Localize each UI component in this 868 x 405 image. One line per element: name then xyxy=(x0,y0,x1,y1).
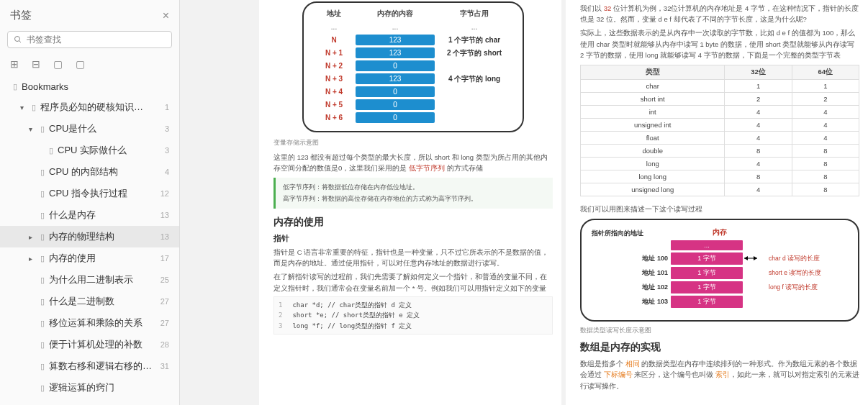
col-header: 字节占用 xyxy=(435,9,514,19)
page-gutter xyxy=(180,0,259,405)
bookmark-icon[interactable]: ▢ xyxy=(53,58,63,70)
search-input[interactable] xyxy=(27,35,166,45)
bookmark-item-icon: ▯ xyxy=(40,297,45,306)
tree-root-label: Bookmarks xyxy=(22,81,68,92)
tree-item[interactable]: ▯便于计算机处理的补数28 xyxy=(0,334,179,355)
tree-item[interactable]: ▯什么是内存13 xyxy=(0,204,179,226)
figure-caption: 变量存储示意图 xyxy=(273,138,553,147)
tip-box: 低字节序列：将数据低位存储在内存低位地址。 高字节序列：将数据的高位存储在内存地… xyxy=(273,178,553,209)
tree-item[interactable]: ▯算数右移和逻辑右移的区别31 xyxy=(0,355,179,377)
sidebar-toolbar: ⊞ ⊟ ▢ ▢ xyxy=(0,54,179,77)
svg-point-0 xyxy=(15,37,20,42)
figure-caption: 数据类型读写长度示意图 xyxy=(580,326,859,335)
bookmark-item-icon: ▯ xyxy=(40,319,45,328)
bookmark-group-icon: ▯ xyxy=(13,82,17,91)
col-header: 内存的内容 xyxy=(356,9,435,19)
paragraph: 在了解指针读写的过程前，我们先需要了解如何定义一个指针，和普通的变量不同，在定义… xyxy=(273,271,553,293)
paragraph: 我们以 32 位计算机为例，32位计算机的内存地址是 4 字节，在这种情况下，指… xyxy=(580,3,859,24)
twisty-icon[interactable]: ▸ xyxy=(29,255,36,263)
code-block: 1 char *d; // char类型的指针 d 定义 2 short *e;… xyxy=(273,296,553,335)
bookmark-item-icon: ▯ xyxy=(40,276,45,285)
document-viewport[interactable]: 地址 内存的内容 字节占用 ......... N1231 个字节的 char … xyxy=(180,0,868,405)
search-box[interactable] xyxy=(7,31,172,48)
bookmark-item-icon: ▯ xyxy=(32,103,36,112)
type-size-table: 类型32位64位 char11 short int22 int44 unsign… xyxy=(580,65,859,196)
bookmark-item-icon: ▯ xyxy=(40,362,45,371)
bookmark-item-icon: ▯ xyxy=(40,232,45,242)
section-heading: 数组是内存的实现 xyxy=(580,341,859,354)
tree-item-active[interactable]: ▸▯内存的物理结构13 xyxy=(0,226,179,247)
twisty-icon[interactable]: ▾ xyxy=(29,125,36,133)
bookmark-item-icon: ▯ xyxy=(40,124,45,134)
tree-item[interactable]: ▯为什么用二进制表示25 xyxy=(0,269,179,291)
pointer-diagram: 指针所指向的地址 内存 ... 地址 1001 字节char d 读写的长度 地… xyxy=(580,219,859,322)
paragraph: 指针是 C 语言非常重要的特征，指针也是一种变量，只不过它所表示的不是数据的值，… xyxy=(273,247,553,268)
tree-page-num: 1 xyxy=(165,103,169,112)
svg-marker-3 xyxy=(744,256,748,260)
bookmark-item-icon: ▯ xyxy=(40,383,45,393)
col-header: 地址 xyxy=(312,9,356,19)
paragraph: 数组是指多个 相同 的数据类型在内存中连续排列的一种形式。作为数组元素的各个数据… xyxy=(580,358,859,391)
expand-all-icon[interactable]: ⊞ xyxy=(10,58,19,70)
paragraph: 这里的 123 都没有超过每个类型的最大长度，所以 short 和 long 类… xyxy=(273,152,553,173)
bookmark-item-icon: ▯ xyxy=(40,168,45,177)
tree-item[interactable]: ▯移位运算和乘除的关系27 xyxy=(0,312,179,334)
sidebar-header: 书签 × xyxy=(0,0,179,28)
sidebar-title: 书签 xyxy=(10,9,32,22)
tree-item[interactable]: ▯CPU 实际做什么3 xyxy=(0,140,179,161)
bookmark-item-icon: ▯ xyxy=(49,146,53,155)
section-heading: 内存的使用 xyxy=(273,216,553,229)
bookmark-item-icon: ▯ xyxy=(40,254,45,263)
subsection-heading: 指针 xyxy=(273,233,553,244)
tree-item[interactable]: ▾▯CPU是什么3 xyxy=(0,118,179,140)
collapse-all-icon[interactable]: ⊟ xyxy=(32,58,40,70)
bookmark-outline-icon[interactable]: ▢ xyxy=(76,58,85,70)
svg-line-1 xyxy=(19,41,22,43)
tree-doc-title[interactable]: ▾▯程序员必知的硬核知识大全 1 xyxy=(0,96,179,118)
svg-marker-4 xyxy=(754,256,757,260)
search-icon xyxy=(14,35,22,44)
tree-item[interactable]: ▯什么是二进制数27 xyxy=(0,291,179,312)
page-left: 地址 内存的内容 字节占用 ......... N1231 个字节的 char … xyxy=(259,0,561,405)
pointer-label: 指针所指向的地址 xyxy=(592,229,643,238)
bookmark-tree[interactable]: ▯Bookmarks ▾▯程序员必知的硬核知识大全 1 ▾▯CPU是什么3 ▯C… xyxy=(0,77,179,405)
bookmark-item-icon: ▯ xyxy=(40,189,45,199)
tree-item[interactable]: ▯CPU 的内部结构4 xyxy=(0,161,179,183)
memory-diagram: 地址 内存的内容 字节占用 ......... N1231 个字节的 char … xyxy=(302,1,524,132)
twisty-icon[interactable]: ▸ xyxy=(29,233,36,241)
bookmark-item-icon: ▯ xyxy=(40,211,45,220)
bookmark-item-icon: ▯ xyxy=(40,340,45,350)
tree-item[interactable]: ▯逻辑运算的窍门 xyxy=(0,377,179,399)
tree-item[interactable]: ▸▯内存的使用17 xyxy=(0,247,179,269)
tree-item[interactable]: ▯CPU 指令执行过程12 xyxy=(0,183,179,204)
tree-root[interactable]: ▯Bookmarks xyxy=(0,77,179,96)
bookmarks-sidebar: 书签 × ⊞ ⊟ ▢ ▢ ▯Bookmarks ▾▯程序员必知的硬核知识大全 1… xyxy=(0,0,180,405)
paragraph: 实际上，这些数据表示的是从内存中一次读取的字节数，比如 d e f 的值都为 1… xyxy=(580,27,859,60)
twisty-icon[interactable]: ▾ xyxy=(20,104,27,112)
sidebar-search xyxy=(0,28,179,54)
page-right: 我们以 32 位计算机为例，32位计算机的内存地址是 4 字节，在这种情况下，指… xyxy=(561,0,868,405)
close-icon[interactable]: × xyxy=(163,9,169,22)
paragraph: 我们可以用图来描述一下这个读写过程 xyxy=(580,204,859,214)
